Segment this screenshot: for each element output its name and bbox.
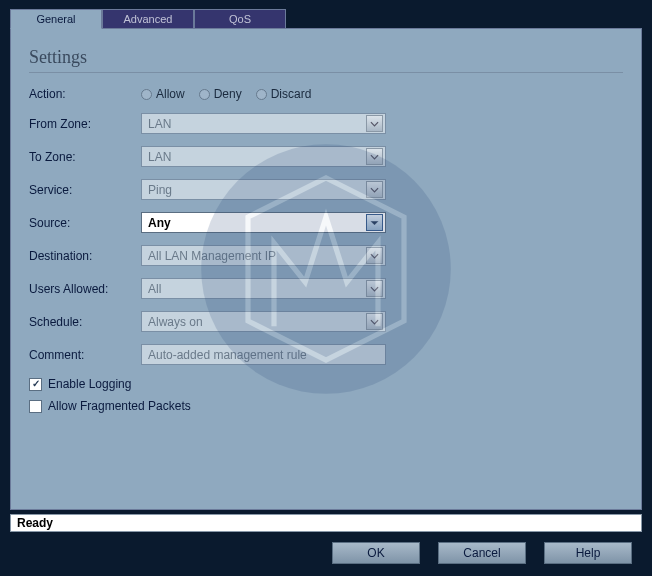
select-value: Always on [148,315,203,329]
radio-allow-label: Allow [156,87,185,101]
select-value: LAN [148,117,171,131]
label-comment: Comment: [29,348,141,362]
label-action: Action: [29,87,141,101]
radio-icon [256,89,267,100]
chevron-down-icon [366,280,383,297]
label-from-zone: From Zone: [29,117,141,131]
select-destination[interactable]: All LAN Management IP [141,245,386,266]
radio-discard-label: Discard [271,87,312,101]
select-value: Ping [148,183,172,197]
status-bar: Ready [10,514,642,532]
radio-deny[interactable]: Deny [199,87,242,101]
label-allow-fragmented: Allow Fragmented Packets [48,399,191,413]
label-enable-logging: Enable Logging [48,377,131,391]
chevron-down-icon [366,313,383,330]
checkbox-allow-fragmented[interactable] [29,400,42,413]
select-schedule[interactable]: Always on [141,311,386,332]
radio-icon [141,89,152,100]
select-value: All LAN Management IP [148,249,276,263]
action-radio-group: Allow Deny Discard [141,87,311,101]
select-value: LAN [148,150,171,164]
label-source: Source: [29,216,141,230]
settings-dialog: General Advanced QoS Settings Action: Al… [0,0,652,576]
section-divider [29,72,623,73]
select-users-allowed[interactable]: All [141,278,386,299]
tab-strip: General Advanced QoS [10,8,642,28]
label-to-zone: To Zone: [29,150,141,164]
comment-input[interactable] [141,344,386,365]
chevron-down-icon [366,214,383,231]
chevron-down-icon [366,115,383,132]
help-button[interactable]: Help [544,542,632,564]
select-to-zone[interactable]: LAN [141,146,386,167]
ok-button[interactable]: OK [332,542,420,564]
tab-advanced[interactable]: Advanced [102,9,194,29]
radio-deny-label: Deny [214,87,242,101]
cancel-button[interactable]: Cancel [438,542,526,564]
chevron-down-icon [366,247,383,264]
select-value: All [148,282,161,296]
select-service[interactable]: Ping [141,179,386,200]
select-source[interactable]: Any [141,212,386,233]
radio-discard[interactable]: Discard [256,87,312,101]
tab-qos[interactable]: QoS [194,9,286,29]
general-panel: Settings Action: Allow Deny Discard [10,28,642,510]
tab-general[interactable]: General [10,9,102,29]
label-service: Service: [29,183,141,197]
label-destination: Destination: [29,249,141,263]
radio-allow[interactable]: Allow [141,87,185,101]
select-value: Any [148,216,171,230]
section-title: Settings [29,47,623,68]
chevron-down-icon [366,148,383,165]
select-from-zone[interactable]: LAN [141,113,386,134]
radio-icon [199,89,210,100]
chevron-down-icon [366,181,383,198]
label-schedule: Schedule: [29,315,141,329]
label-users-allowed: Users Allowed: [29,282,141,296]
checkbox-enable-logging[interactable] [29,378,42,391]
button-bar: OK Cancel Help [10,532,642,568]
